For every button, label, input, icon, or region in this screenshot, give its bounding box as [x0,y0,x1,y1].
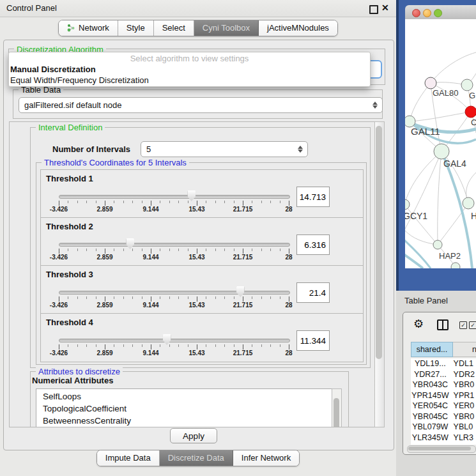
network-canvas[interactable]: GAL80 G C GAL11 GAL4 GCY1 H HAP2 [405,19,476,268]
table-row[interactable]: YDR27... YDR2 [411,369,476,380]
slider-track[interactable] [59,195,290,199]
tab-discretize-data[interactable]: Discretize Data [160,450,233,466]
node-partial-bottom[interactable] [451,263,460,268]
scrollbar-thumb[interactable] [376,126,382,359]
tab-label: Discretize Data [168,453,224,463]
node-red-selected[interactable] [465,106,476,118]
split-columns-icon[interactable] [437,319,449,330]
slider-thumb[interactable] [126,238,134,249]
tab-select[interactable]: Select [154,20,194,36]
tab-jactivemnodules[interactable]: jActiveMNodules [259,20,337,36]
settings-vertical-scrollbar[interactable] [374,121,385,427]
cell[interactable]: YBR0 [450,411,476,422]
float-window-icon[interactable] [369,5,378,14]
cell[interactable]: YIL0 [450,443,476,445]
attributes-list[interactable]: SelfLoops TopologicalCoefficient Between… [36,388,333,427]
dropdown-option-equal-width-frequency[interactable]: Equal Width/Frequency Discretization [9,75,370,86]
list-item[interactable]: TopologicalCoefficient [36,403,332,415]
table-row[interactable]: YBR045C YBR0 [411,411,476,422]
close-icon[interactable]: ✕ [381,3,389,13]
close-traffic-light-icon[interactable] [412,9,420,17]
cell[interactable]: YLR345W [411,433,450,443]
table-horizontal-scrollbar[interactable] [407,445,476,453]
tab-cyni-toolbox[interactable]: Cyni Toolbox [194,20,259,36]
node-h[interactable] [463,197,474,209]
cell[interactable]: YIL052C [411,443,450,445]
tick-label: 2.859 [96,206,112,213]
tab-style[interactable]: Style [118,20,154,36]
table-row[interactable]: YER054C YER0 [411,401,476,411]
gear-icon[interactable]: ⚙ [413,317,424,331]
node-hap2[interactable] [433,240,442,249]
table-header-row: shared... n [411,342,476,357]
slider-thumb[interactable] [236,286,245,297]
minimize-traffic-light-icon[interactable] [423,9,431,17]
tab-impute-data[interactable]: Impute Data [97,450,160,466]
cell[interactable]: YBR045C [411,411,450,422]
threshold-3-slider[interactable] [59,285,289,298]
list-item[interactable]: BetweennessCentrality [36,415,332,427]
threshold-1-value-field[interactable] [296,187,330,207]
threshold-4-value-field[interactable] [296,330,330,351]
slider-thumb[interactable] [187,190,196,201]
tick-label: 21.715 [233,206,253,213]
attributes-scrollbar[interactable] [332,388,342,427]
cell[interactable]: YPR1 [450,390,476,401]
node-gal4[interactable] [434,144,449,159]
tick-label: 28 [285,349,292,357]
scrollbar-thumb[interactable] [334,398,339,427]
tab-label: jActiveMNodules [267,23,329,33]
table-data-combobox[interactable]: galFiltered.sif default node [19,97,383,113]
checkbox-icon[interactable]: ✓ [469,321,476,329]
table-row[interactable]: YPR145W YPR1 [411,390,476,401]
network-icon [67,24,75,32]
group-title: Interval Definition [36,123,105,132]
cell[interactable]: YDL19... [411,358,450,369]
table-row[interactable]: YDL19... YDL1 [411,358,476,369]
slider-track[interactable] [59,291,290,295]
slider-thumb[interactable] [163,334,171,345]
node-partial-top-right[interactable] [461,79,473,91]
num-intervals-combobox[interactable]: 5 [141,141,308,157]
cell[interactable]: YLR3 [450,433,476,443]
threshold-3-value-field[interactable] [296,282,330,303]
cell[interactable]: YDL1 [450,358,476,369]
cell[interactable]: YBR0 [450,380,476,390]
node-label-hap2: HAP2 [439,251,461,261]
table-row[interactable]: YBL079W YBL0 [411,422,476,433]
table-row[interactable]: YBR043C YBR0 [411,380,476,390]
thresholds-group: Threshold's Coordinates for 5 Intervals … [36,162,367,365]
tab-infer-network[interactable]: Infer Network [233,450,299,466]
table-row[interactable]: YLR345W YLR3 [411,433,476,443]
column-header-name[interactable]: n [453,342,476,357]
apply-label: Apply [183,431,204,441]
cell[interactable]: YBL0 [450,422,476,433]
list-item[interactable]: SelfLoops [36,389,332,403]
threshold-2-value-field[interactable] [296,234,330,255]
tick-label: 21.715 [233,254,253,261]
apply-button[interactable]: Apply [170,428,217,443]
dropdown-option-manual-discretization[interactable]: Manual Discretization [9,64,370,75]
cell[interactable]: YPR145W [411,390,450,401]
cell[interactable]: YDR2 [450,369,476,380]
cell[interactable]: YER0 [450,401,476,411]
scrollbar-thumb[interactable] [408,447,471,450]
cell[interactable]: YDR27... [411,369,450,380]
node-gcy1[interactable] [405,199,410,210]
tab-network[interactable]: Network [59,20,118,36]
slider-track[interactable] [59,339,290,342]
column-header-shared[interactable]: shared... [411,342,453,357]
zoom-traffic-light-icon[interactable] [434,9,442,17]
threshold-4-slider[interactable] [59,333,289,346]
checkbox-icon[interactable]: ✓ [459,321,467,329]
threshold-2-slider[interactable] [59,237,289,250]
node-gal80[interactable] [425,77,436,89]
cell[interactable]: YBL079W [411,422,450,433]
threshold-1-panel: Threshold 1 -3.426 2.859 9.144 15.43 21.… [40,169,364,219]
threshold-1-slider[interactable] [59,189,289,202]
table-row[interactable]: YIL052C YIL0 [411,443,476,445]
slider-track[interactable] [59,243,290,247]
network-window-titlebar[interactable] [405,5,476,20]
cell[interactable]: YER054C [411,401,450,411]
cell[interactable]: YBR043C [411,380,450,390]
